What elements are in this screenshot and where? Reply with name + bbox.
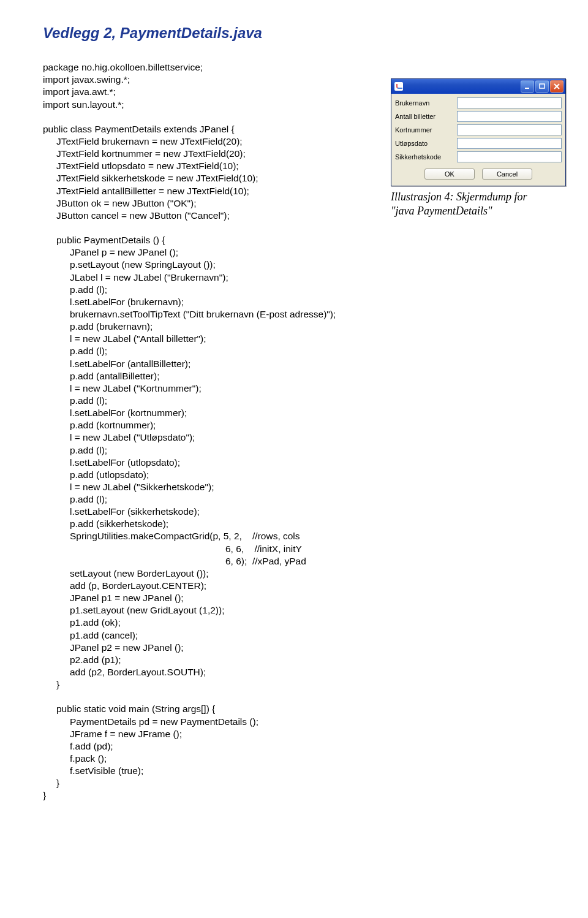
- code-line: package no.hig.okolloen.billettservice;: [43, 62, 203, 72]
- code-line: l.setLabelFor (utlopsdato);: [43, 457, 557, 469]
- form-panel: Brukernavn Antall billetter Kortnummer U…: [391, 94, 565, 186]
- utlopsdato-input[interactable]: [457, 138, 562, 149]
- code-line: l = new JLabel ("Utløpsdato");: [43, 431, 557, 444]
- code-line: p.add (brukernavn);: [43, 321, 557, 333]
- code-line: p1.add (ok);: [43, 616, 557, 629]
- code-line: l = new JLabel ("Kortnummer");: [43, 382, 557, 395]
- java-window: Brukernavn Antall billetter Kortnummer U…: [391, 78, 566, 186]
- caption-line-1: Illustrasjon 4: Skjermdump for: [391, 191, 527, 203]
- code-line: l.setLabelFor (sikkerhetskode);: [43, 506, 557, 518]
- code-line: l.setLabelFor (brukernavn);: [43, 296, 557, 308]
- code-line: setLayout (new BorderLayout ());: [43, 567, 557, 580]
- java-icon: [394, 82, 403, 91]
- window-titlebar: [391, 79, 565, 94]
- code-line: add (p, BorderLayout.CENTER);: [43, 580, 557, 592]
- code-line: }: [43, 678, 557, 691]
- code-line: p.add (kortnummer);: [43, 419, 557, 431]
- code-line: p2.add (p1);: [43, 654, 557, 666]
- code-line: f.add (pd);: [43, 740, 557, 753]
- code-line: add (p2, BorderLayout.SOUTH);: [43, 666, 557, 678]
- code-line: brukernavn.setToolTipText ("Ditt brukern…: [43, 308, 557, 321]
- code-line: p.add (sikkerhetskode);: [43, 518, 557, 530]
- code-line: l = new JLabel ("Sikkerhetskode");: [43, 481, 557, 493]
- sikkerhetskode-input[interactable]: [457, 151, 562, 162]
- ok-button[interactable]: OK: [424, 169, 475, 180]
- code-line: JLabel l = new JLabel ("Brukernavn");: [43, 271, 557, 284]
- close-button[interactable]: [550, 80, 564, 93]
- brukernavn-label: Brukernavn: [395, 99, 453, 107]
- code-line: PaymentDetails pd = new PaymentDetails (…: [43, 716, 557, 728]
- code-line: JPanel p = new JPanel ();: [43, 246, 557, 259]
- code-line: p.add (l);: [43, 345, 557, 357]
- kortnummer-input[interactable]: [457, 124, 562, 135]
- page-title: Vedlegg 2, PaymentDetails.java: [43, 25, 557, 42]
- code-line: p.add (l);: [43, 444, 557, 457]
- code-line: public class PaymentDetails extends JPan…: [43, 124, 235, 134]
- code-line: p.add (l);: [43, 284, 557, 296]
- code-line: p1.add (cancel);: [43, 629, 557, 642]
- code-line: l.setLabelFor (kortnummer);: [43, 407, 557, 419]
- minimize-button[interactable]: [521, 80, 534, 93]
- code-line: p.add (antallBilletter);: [43, 370, 557, 382]
- code-line: f.pack ();: [43, 753, 557, 765]
- code-line: JPanel p1 = new JPanel ();: [43, 592, 557, 604]
- sikkerhetskode-label: Sikkerhetskode: [395, 153, 453, 161]
- code-line: p.add (l);: [43, 395, 557, 407]
- code-line: p.add (l);: [43, 493, 557, 506]
- antall-billetter-label: Antall billetter: [395, 113, 453, 120]
- figure-caption: Illustrasjon 4: Skjermdump for "java Pay…: [391, 190, 566, 218]
- code-line: p.add (utlopsdato);: [43, 469, 557, 481]
- code-line: }: [43, 790, 46, 800]
- caption-line-2: "java PaymentDetails": [391, 205, 492, 217]
- code-line: l = new JLabel ("Antall billetter");: [43, 333, 557, 345]
- code-line: p1.setLayout (new GridLayout (1,2));: [43, 604, 557, 616]
- maximize-button[interactable]: [535, 80, 549, 93]
- code-line: public static void main (String args[]) …: [43, 703, 557, 715]
- code-line: l.setLabelFor (antallBilletter);: [43, 358, 557, 370]
- code-line: p.setLayout (new SpringLayout ());: [43, 259, 557, 271]
- code-line: import javax.swing.*;: [43, 74, 130, 85]
- code-line: import sun.layout.*;: [43, 99, 124, 110]
- kortnummer-label: Kortnummer: [395, 126, 453, 134]
- antall-billetter-input[interactable]: [457, 111, 562, 122]
- code-line: 6, 6, //initX, initY: [43, 543, 557, 555]
- svg-rect-1: [540, 84, 545, 88]
- code-line: JPanel p2 = new JPanel ();: [43, 642, 557, 654]
- code-line: SpringUtilities.makeCompactGrid(p, 5, 2,…: [43, 530, 557, 542]
- code-line: JFrame f = new JFrame ();: [43, 728, 557, 740]
- code-line: 6, 6); //xPad, yPad: [43, 555, 557, 567]
- code-line: public PaymentDetails () {: [43, 234, 557, 246]
- code-line: }: [43, 777, 557, 789]
- utlopsdato-label: Utløpsdato: [395, 140, 453, 147]
- code-line: f.setVisible (true);: [43, 765, 557, 777]
- code-line: import java.awt.*;: [43, 86, 116, 97]
- brukernavn-input[interactable]: [457, 97, 562, 108]
- cancel-button[interactable]: Cancel: [482, 169, 532, 180]
